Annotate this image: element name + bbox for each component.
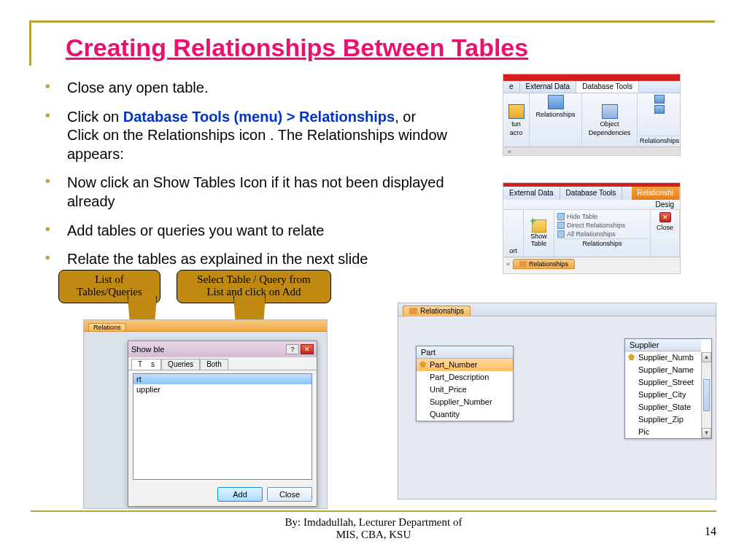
callout-line: Select Table / Query from <box>182 273 326 286</box>
table-listbox[interactable]: rt upplier <box>133 373 312 480</box>
group-macro: tun acro <box>503 93 530 147</box>
scroll-thumb[interactable] <box>703 379 710 411</box>
label: All Relationships <box>567 230 616 238</box>
close-icon: ✕ <box>659 212 671 222</box>
dialog-title: Show ble <box>131 345 164 354</box>
group-object-deps[interactable]: Object Dependencies <box>582 93 638 147</box>
collapse-icon[interactable]: « <box>506 260 510 268</box>
label: Object <box>600 120 619 128</box>
show-table-screenshot: Relations Show ble ? ✕ Ts Queries Both r… <box>83 319 328 509</box>
bullet-item: Add tables or queries you want to relate <box>45 222 450 241</box>
document-tabs: « Relationships <box>503 257 680 270</box>
show-table-dialog: Show ble ? ✕ Ts Queries Both rt upplier … <box>128 341 317 507</box>
label: Table <box>531 240 547 247</box>
ribbon-tabs: External Data Database Tools Relationshi <box>503 187 680 200</box>
macro-icon[interactable] <box>508 104 525 119</box>
field-item[interactable]: Supplier_Numb <box>625 351 701 364</box>
frame-top <box>29 20 715 23</box>
text: Click on <box>67 109 123 125</box>
close-button[interactable]: Close <box>267 487 312 502</box>
tab-external-data[interactable]: External Data <box>520 81 577 93</box>
table-header[interactable]: Part <box>417 346 513 359</box>
footer-line: MIS, CBA, KSU <box>0 529 747 541</box>
frame-left <box>29 20 31 66</box>
close-button[interactable]: ✕ Close <box>651 210 680 257</box>
ribbon-tabs: e External Data Database Tools <box>503 81 680 93</box>
label: T <box>138 360 142 368</box>
add-button[interactable]: Add <box>217 487 263 502</box>
footer: By: Imdadullah, Lecturer Department of M… <box>0 516 747 541</box>
scrollbar[interactable]: ▲ ▼ <box>701 352 711 438</box>
field-item[interactable]: Supplier_Street <box>625 376 701 389</box>
nav-collapse-bar: « <box>503 147 680 156</box>
close-button[interactable]: ✕ <box>301 344 314 354</box>
collapse-icon[interactable]: « <box>508 148 511 155</box>
bullet-item: Click on Database Tools (menu) > Relatio… <box>45 108 450 164</box>
tab-tables[interactable]: Ts <box>131 359 161 370</box>
scroll-down-icon[interactable]: ▼ <box>702 428 711 438</box>
document-tabs: Relationships <box>398 303 716 316</box>
small-icon[interactable] <box>654 95 665 104</box>
all-relationships-button[interactable]: All Relationships <box>557 230 647 238</box>
label: Relationships <box>529 260 568 268</box>
dialog-tabs: Ts Queries Both <box>128 357 317 370</box>
bullet-item: Close any open table. <box>45 79 450 98</box>
footer-line: By: Imdadullah, Lecturer Department of <box>0 516 747 529</box>
ribbon-groups: ort Show Table Hide Table Direct Relatio… <box>503 210 680 257</box>
field-item[interactable]: Supplier_Zip <box>625 413 701 426</box>
label: Hide Table <box>567 213 597 220</box>
field-item[interactable]: Supplier_State <box>625 401 701 413</box>
ribbon-groups: tun acro Relationships . Object Dependen… <box>503 93 680 147</box>
group-relationships-btn[interactable]: Relationships . <box>530 93 582 147</box>
field-item[interactable]: Part_Description <box>417 371 513 384</box>
list-item[interactable]: upplier <box>133 384 311 394</box>
tab-external-data[interactable]: External Data <box>503 187 560 200</box>
group-extra: Relationships <box>638 93 681 147</box>
field-item[interactable]: Pic <box>625 426 701 438</box>
relationships-tab[interactable]: Relations <box>88 323 126 331</box>
dialog-buttons: Add Close <box>217 487 312 502</box>
show-table-button[interactable]: Show Table <box>524 210 554 257</box>
help-button[interactable]: ? <box>286 344 299 354</box>
tab[interactable]: e <box>503 81 520 93</box>
tab-relationship-tools[interactable]: Relationshi <box>632 187 680 200</box>
tab-database-tools[interactable]: Database Tools <box>576 81 639 93</box>
page-number: 14 <box>705 525 716 538</box>
group-label: Relationships <box>639 136 680 145</box>
slide: Creating Relationships Between Tables Cl… <box>0 0 747 560</box>
tab-queries[interactable]: Queries <box>161 359 200 370</box>
label: Relations <box>93 324 121 331</box>
field-item[interactable]: Part_Number <box>417 359 513 371</box>
relationships-tab[interactable]: Relationships <box>513 259 575 269</box>
hide-table-button[interactable]: Hide Table <box>557 213 647 220</box>
label: Relationships <box>420 307 464 315</box>
all-rel-icon <box>557 230 565 238</box>
label: Close <box>657 224 673 231</box>
tab-both[interactable]: Both <box>200 359 228 370</box>
tab-design[interactable]: Desig <box>649 200 680 209</box>
table-supplier[interactable]: Supplier Supplier_Numb Supplier_Name Sup… <box>624 338 712 439</box>
field-item[interactable]: Quantity <box>417 408 513 421</box>
dialog-titlebar[interactable]: Show ble ? ✕ <box>128 341 317 357</box>
table-header[interactable]: Supplier <box>625 339 701 351</box>
direct-relationships-button[interactable]: Direct Relationships <box>557 222 647 229</box>
scroll-track[interactable] <box>703 363 711 427</box>
field-item[interactable]: Supplier_Number <box>417 396 513 408</box>
relationships-tab[interactable]: Relationships <box>403 306 471 316</box>
table-part[interactable]: Part Part_Number Part_Description Unit_P… <box>416 346 514 421</box>
small-icon[interactable] <box>654 105 665 114</box>
list-item[interactable]: rt <box>133 374 311 384</box>
field-item[interactable]: Supplier_City <box>625 389 701 401</box>
scroll-up-icon[interactable]: ▲ <box>702 352 711 362</box>
label: Show <box>530 233 547 240</box>
tab-database-tools[interactable]: Database Tools <box>560 187 623 200</box>
group-import: ort <box>503 210 524 257</box>
object-dependencies-icon <box>602 104 618 119</box>
field-item[interactable]: Supplier_Name <box>625 364 701 376</box>
document-tabs: Relations <box>84 320 327 332</box>
label: Relationships <box>535 111 575 118</box>
label: acro <box>510 129 523 136</box>
label: Direct Relationships <box>567 222 625 229</box>
relationships-canvas[interactable]: Part Part_Number Part_Description Unit_P… <box>398 316 716 499</box>
field-item[interactable]: Unit_Price <box>417 384 513 396</box>
